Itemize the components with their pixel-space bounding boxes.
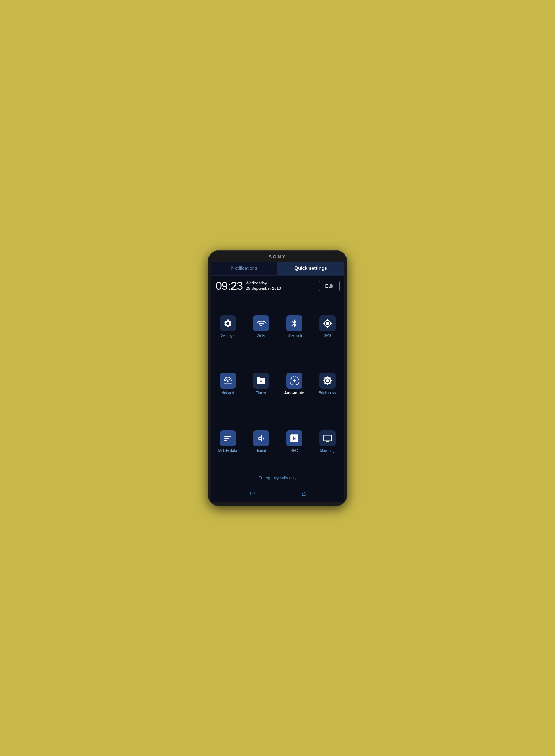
quick-item-hotspot[interactable]: Hotspot (211, 355, 244, 413)
gps-icon (319, 315, 336, 331)
wifi-icon (253, 315, 269, 331)
quick-item-mirroring[interactable]: Mirroring (311, 413, 344, 471)
quick-item-gps[interactable]: GPS (311, 298, 344, 356)
time-section: 09:23 Wednesday 25 September 2013 (215, 279, 319, 293)
home-button[interactable]: ⌂ (297, 488, 310, 499)
bluetooth-icon (286, 315, 302, 331)
auto-rotate-label: Auto-rotate (284, 391, 304, 395)
bottom-section: Emergency calls only ↩ ⌂ (211, 472, 344, 502)
mirroring-icon (319, 430, 336, 446)
nfc-label: NFC (290, 449, 298, 453)
tab-notifications[interactable]: Notifications (211, 262, 278, 275)
header-section: 09:23 Wednesday 25 September 2013 Edit (211, 276, 344, 296)
gps-label: GPS (324, 334, 331, 338)
brand-label: SONY (269, 254, 287, 260)
tab-bar: Notifications Quick settings (211, 262, 344, 276)
throw-label: Throw (256, 391, 266, 395)
auto-rotate-icon (286, 373, 302, 389)
sound-icon (253, 430, 269, 446)
nav-divider (215, 483, 340, 483)
phone-device: SONY Notifications Quick settings 09:23 … (208, 250, 347, 506)
quick-item-throw[interactable]: Throw (244, 355, 278, 413)
settings-label: Settings (221, 334, 234, 338)
edit-button[interactable]: Edit (319, 281, 340, 291)
hotspot-label: Hotspot (221, 391, 234, 395)
nfc-icon (286, 430, 302, 446)
tab-quick-settings[interactable]: Quick settings (278, 262, 344, 275)
quick-item-nfc[interactable]: NFC (278, 413, 311, 471)
quick-item-wifi[interactable]: Wi-Fi (244, 298, 278, 356)
hotspot-icon (220, 373, 236, 389)
mobile-data-icon (220, 430, 236, 446)
quick-item-sound[interactable]: Sound (244, 413, 278, 471)
bluetooth-label: Bluetooth (286, 334, 302, 338)
quick-item-bluetooth[interactable]: Bluetooth (278, 298, 311, 356)
quick-item-settings[interactable]: Settings (211, 298, 244, 356)
throw-icon (253, 373, 269, 389)
quick-settings-grid: Settings Wi-Fi Bluetooth GPS (211, 296, 344, 472)
mirroring-label: Mirroring (320, 449, 334, 453)
mobile-data-label: Mobile data (218, 449, 237, 453)
quick-item-auto-rotate[interactable]: Auto-rotate (278, 355, 311, 413)
brightness-label: Brightness (319, 391, 336, 395)
quick-item-mobile-data[interactable]: Mobile data (211, 413, 244, 471)
quick-item-brightness[interactable]: Brightness (311, 355, 344, 413)
phone-screen: Notifications Quick settings 09:23 Wedne… (211, 262, 344, 502)
wifi-label: Wi-Fi (257, 334, 265, 338)
date-display: Wednesday 25 September 2013 (246, 280, 281, 292)
nav-buttons: ↩ ⌂ (211, 486, 344, 501)
emergency-text: Emergency calls only (211, 474, 344, 483)
settings-icon (220, 315, 236, 331)
brightness-icon (319, 373, 336, 389)
back-button[interactable]: ↩ (245, 488, 260, 499)
clock-display: 09:23 (215, 279, 243, 293)
sound-label: Sound (256, 449, 266, 453)
